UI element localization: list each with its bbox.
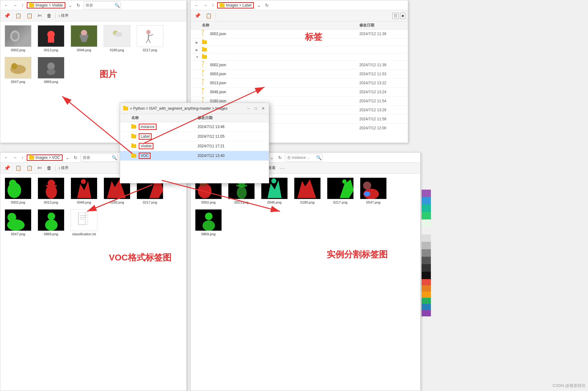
toolbar-label: 📌 📋 ☷ ■ [191, 10, 408, 21]
list-item[interactable]: 0002.png [4, 177, 32, 204]
list-item[interactable]: ▶ [191, 46, 408, 53]
list-item[interactable]: 0180.png [103, 25, 131, 52]
palette-black [422, 272, 431, 279]
sort-btn[interactable]: ↕ 排序 [58, 13, 68, 18]
dropdown-btn[interactable]: ⌄ [67, 2, 73, 8]
dropdown-btn[interactable]: ⌄ [256, 2, 262, 8]
list-item[interactable]: 0217.png [326, 177, 354, 204]
file-date: 2024/7/11 17:21 [198, 144, 264, 148]
dropdown-btn[interactable]: ⌄ [64, 154, 71, 161]
list-item[interactable]: 0869.png [37, 57, 65, 84]
refresh-btn[interactable]: ↻ [277, 154, 283, 161]
list-item[interactable]: 〈0003.json 2024/7/12 11:53 [191, 70, 408, 79]
file-name: 0180.png [300, 200, 315, 204]
list-view-btn[interactable]: ☷ [392, 13, 399, 19]
minimize-btn[interactable]: − [246, 106, 251, 111]
list-item[interactable]: ▼ [191, 53, 408, 61]
up-btn[interactable]: ↑ [211, 2, 215, 8]
pin-btn[interactable]: 📌 [3, 164, 12, 172]
popup-path: « Python > ISAT_with_segment_anything-ma… [130, 106, 227, 111]
sort-btn[interactable]: ↕ 排序 [58, 165, 68, 171]
pin-btn[interactable]: 📌 [3, 12, 12, 19]
list-item[interactable]: 0046.png [70, 177, 98, 204]
close-btn[interactable]: ✕ [261, 106, 266, 111]
json-icon: 〈 [202, 89, 208, 95]
list-item[interactable]: VOC 2024/7/12 13:40 [120, 151, 269, 161]
list-item[interactable]: 〈0002.json 2024/7/12 11:39 [191, 30, 408, 39]
thumb-0180-visible [104, 25, 130, 47]
file-name: 0869.png [44, 80, 58, 84]
list-item[interactable]: 〈0046.json 2024/7/12 13:24 [191, 88, 408, 97]
dropdown-btn2[interactable]: ⌄ [269, 154, 275, 161]
file-name: 0002.png [11, 200, 25, 204]
list-item[interactable]: ▶ [191, 39, 408, 46]
paste-btn[interactable]: 📋 [25, 12, 34, 19]
list-item[interactable]: 0547.png [4, 209, 32, 236]
window-controls: − □ ✕ [246, 106, 266, 111]
svg-line-12 [148, 34, 153, 36]
delete-btn[interactable]: 🗑 [45, 12, 53, 19]
json-icon: 〈 [202, 62, 208, 68]
list-item[interactable]: instance 2024/7/12 13:46 [120, 122, 269, 132]
palette-purple [422, 190, 431, 197]
refresh-btn[interactable]: ↻ [264, 2, 270, 8]
back-btn[interactable]: ← [193, 2, 200, 8]
up-btn[interactable]: ↑ [20, 2, 25, 8]
list-item[interactable]: 0547.png [359, 177, 387, 204]
cut-btn[interactable]: ✄ [36, 164, 43, 172]
list-item[interactable]: 0180.png [293, 177, 321, 204]
list-item[interactable]: 0013.png [37, 25, 65, 52]
file-date: 2024/7/12 11:39 [359, 32, 403, 36]
refresh-btn[interactable]: ↻ [72, 154, 79, 161]
txt-thumb [71, 209, 97, 231]
svg-point-58 [363, 182, 371, 190]
csdn-watermark: CSDN @视觉研坊 [553, 383, 586, 389]
list-item[interactable]: Visible 2024/7/11 17:21 [120, 141, 269, 151]
paste-btn[interactable]: 📋 [25, 164, 34, 172]
file-date: 2024/7/12 11:05 [198, 134, 264, 139]
up-btn[interactable]: ↑ [20, 154, 25, 161]
palette-purple2 [422, 310, 431, 316]
svg-point-1 [12, 32, 18, 40]
sep [55, 165, 56, 171]
copy-btn[interactable]: 📋 [204, 12, 213, 19]
maximize-btn[interactable]: □ [253, 106, 258, 111]
back-btn[interactable]: ← [3, 2, 10, 8]
list-item[interactable]: 0046.png [70, 25, 98, 52]
json-icon: 〈 [202, 31, 208, 37]
breadcrumb-voc: Images > VOC [27, 154, 63, 161]
list-item[interactable]: 〈0002.json 2024/7/12 11:39 [191, 61, 408, 70]
forward-btn[interactable]: → [202, 2, 209, 8]
palette-lightgreen [422, 219, 431, 227]
list-item[interactable]: Label 2024/7/12 11:05 [120, 132, 269, 141]
list-item[interactable]: 0013.png [37, 177, 65, 204]
back-btn[interactable]: ← [3, 154, 10, 161]
folder-name-label: Label [139, 133, 152, 140]
palette-silver [422, 242, 431, 249]
cut-btn[interactable]: ✄ [36, 12, 43, 19]
pin-btn[interactable]: 📌 [193, 12, 202, 19]
forward-btn[interactable]: → [12, 2, 18, 8]
list-item[interactable]: 〈0013.json 2024/7/12 13:22 [191, 79, 408, 88]
list-item[interactable]: 0869.png [37, 209, 65, 236]
file-date: 2024/7/12 12:00 [359, 126, 403, 130]
file-name: 0547.png [11, 232, 25, 236]
folder-icon [202, 40, 207, 44]
file-name: 0046.png [77, 48, 91, 52]
forward-btn[interactable]: → [12, 154, 18, 161]
list-item[interactable]: 0002.png [4, 25, 32, 52]
list-item[interactable]: classification.txt [70, 209, 98, 236]
copy-btn[interactable]: 📋 [14, 164, 23, 172]
file-date: 2024/7/12 11:58 [359, 117, 403, 121]
thumb-0046-visible [71, 25, 97, 47]
svg-point-9 [115, 32, 122, 37]
refresh-btn[interactable]: ↻ [75, 2, 82, 8]
list-item[interactable]: 0547.png [4, 57, 32, 84]
list-item[interactable]: 0869.png [194, 209, 222, 236]
delete-btn[interactable]: 🗑 [45, 165, 53, 172]
copy-btn[interactable]: 📋 [14, 12, 23, 19]
grid-view-btn[interactable]: ■ [400, 13, 405, 19]
list-item[interactable]: 0217.png [136, 25, 164, 52]
file-name: 0002.json [210, 32, 226, 36]
folder-icon [202, 48, 207, 52]
